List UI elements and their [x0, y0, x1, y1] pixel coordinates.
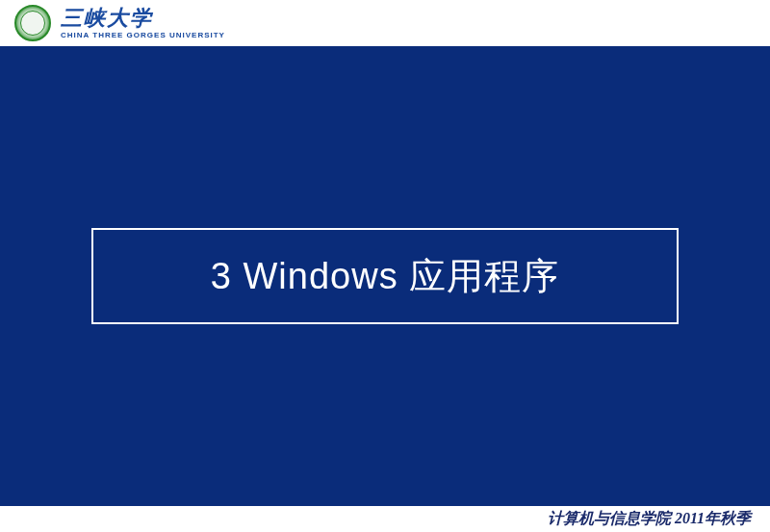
university-name-english: CHINA THREE GORGES UNIVERSITY: [61, 31, 225, 39]
slide-title: 3 Windows 应用程序: [211, 252, 559, 301]
slide-header: 三峡大学 CHINA THREE GORGES UNIVERSITY: [0, 0, 770, 46]
slide-footer: 计算机与信息学院 2011年秋季: [0, 506, 770, 532]
university-name-block: 三峡大学 CHINA THREE GORGES UNIVERSITY: [61, 8, 225, 39]
title-container: 3 Windows 应用程序: [91, 228, 679, 324]
slide-body: 3 Windows 应用程序: [0, 46, 770, 506]
footer-text: 计算机与信息学院 2011年秋季: [548, 509, 751, 529]
university-name-chinese: 三峡大学: [61, 8, 225, 29]
university-logo-icon: [14, 5, 51, 41]
